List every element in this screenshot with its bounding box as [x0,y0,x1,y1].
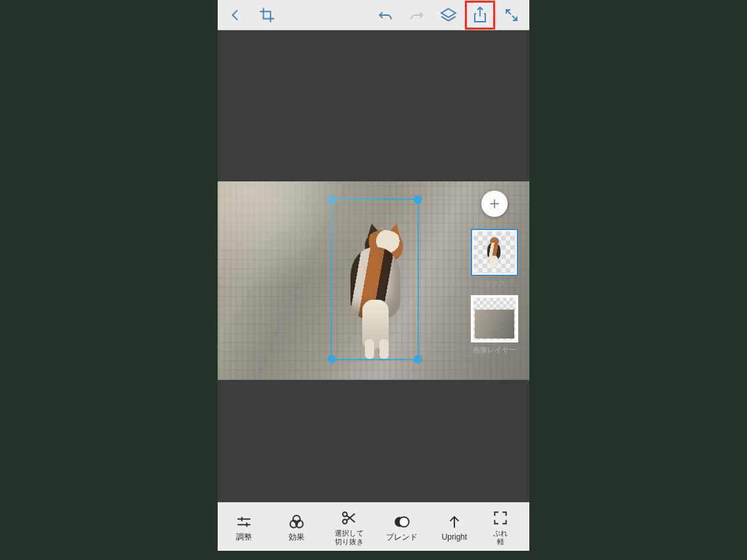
selection-handle-bottom-right[interactable] [414,355,422,363]
overlap-circles-icon [288,513,305,530]
cat-cutout-thumb [485,236,504,269]
svg-point-17 [399,517,409,526]
mobile-app-frame: ミックス… 画像レイヤー 調整 効果 選択して 切り抜き [218,0,529,551]
tool-label: 選択して 切り抜き [335,529,364,546]
layer-thumb-mix[interactable] [471,229,518,276]
focus-corners-icon [492,509,509,526]
tool-select-cutout[interactable]: 選択して 切り抜き [323,503,375,551]
crop-icon [258,7,276,24]
share-icon [472,6,488,24]
selection-rectangle[interactable] [331,198,419,360]
bottom-toolbar: 調整 効果 選択して 切り抜き ブレンド Upright ぶれ 軽 [218,502,529,551]
layer-label-background: 画像レイヤー [473,345,516,355]
svg-line-2 [512,16,517,20]
plus-icon [488,197,501,210]
top-toolbar [218,0,529,30]
editing-image[interactable]: ミックス… 画像レイヤー [218,181,529,380]
back-button[interactable] [220,1,251,30]
tool-label: 調整 [236,533,252,542]
redo-icon [408,7,425,24]
canvas-area[interactable]: ミックス… 画像レイヤー [218,30,529,502]
selection-handle-top-right[interactable] [414,195,422,204]
svg-marker-0 [441,9,456,17]
layer-label-mix: ミックス… [477,279,513,289]
layers-panel: ミックス… 画像レイヤー [468,191,521,362]
svg-line-1 [506,10,511,14]
tool-label: Upright [442,533,468,542]
sliders-icon [235,513,253,530]
blend-icon [393,513,410,530]
selection-handle-top-left[interactable] [327,195,336,204]
undo-icon [377,7,394,24]
tool-blend[interactable]: ブレンド [375,503,428,551]
tool-label: ぶれ 軽 [493,529,508,546]
tool-reduce-blur[interactable]: ぶれ 軽 [481,503,520,551]
top-toolbar-left [220,1,282,30]
outer-frame: ミックス… 画像レイヤー 調整 効果 選択して 切り抜き [0,0,747,560]
share-button[interactable] [465,1,495,30]
tool-effects[interactable]: 効果 [270,503,323,551]
selection-handle-bottom-left[interactable] [327,355,336,363]
tool-label: ブレンド [386,533,418,542]
arrow-up-icon [446,513,463,530]
undo-button[interactable] [370,1,400,30]
tool-adjust[interactable]: 調整 [218,503,270,551]
tool-label: 効果 [289,533,304,542]
layers-icon [440,7,457,24]
tool-upright[interactable]: Upright [428,503,481,551]
crop-button[interactable] [252,1,282,30]
top-toolbar-right [370,1,527,30]
transparency-checker [473,298,516,340]
expand-icon [504,7,519,23]
add-layer-button[interactable] [481,191,508,217]
layer-thumb-background[interactable] [471,295,518,342]
cat-subject [339,201,416,359]
fullscreen-button[interactable] [496,1,527,30]
redo-button[interactable] [402,1,432,30]
scissors-icon [341,509,358,526]
layers-button[interactable] [433,1,464,30]
back-icon [227,7,244,24]
